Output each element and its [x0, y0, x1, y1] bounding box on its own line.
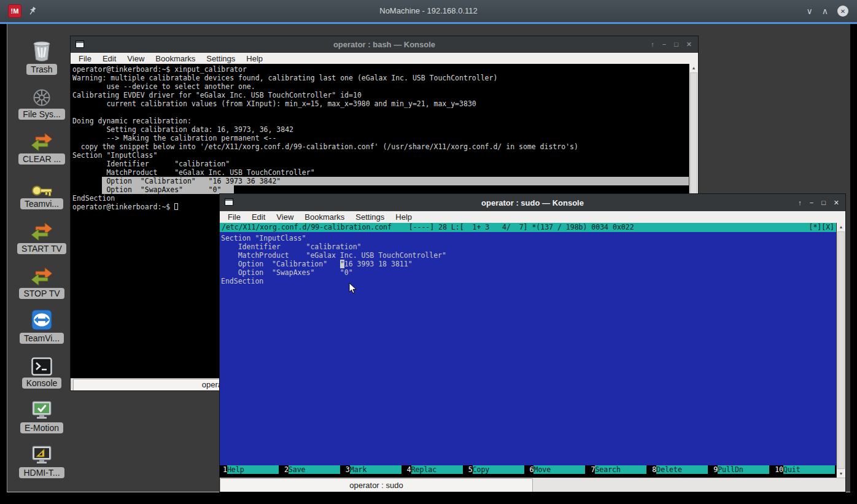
menu-item-view[interactable]: View [271, 212, 299, 222]
menubar: FileEditViewBookmarksSettingsHelp [220, 211, 845, 223]
terminal-line: --> Making the calibration permanent <-- [72, 134, 689, 142]
arrows-icon [31, 127, 53, 152]
menu-item-help[interactable]: Help [390, 212, 417, 222]
desktop-icon-hdmi[interactable]: HDMI-T... [7, 441, 76, 478]
fkey-label: Mark [350, 465, 401, 474]
desktop: TrashFile Sys...CLEAR ...Teamvi...START … [7, 24, 850, 492]
minimize-icon[interactable]: − [810, 200, 813, 206]
maximize-icon[interactable]: □ [674, 41, 678, 48]
desktop-icon-filesystem[interactable]: File Sys... [7, 82, 76, 120]
terminal-line: Calibrating EVDEV driver for "eGalax Inc… [72, 91, 689, 99]
nomachine-close-icon[interactable]: ✕ [837, 6, 848, 17]
desktop-icon-label: STOP TV [19, 288, 64, 299]
desktop-icon-trash[interactable]: Trash [7, 37, 76, 75]
desktop-icon-label: Teamvi... [20, 198, 63, 209]
fkey-delete[interactable]: 8Delete [652, 465, 713, 474]
rollup-icon[interactable]: ↑ [651, 41, 654, 48]
nomachine-titlebar[interactable]: !M NoMachine - 192.168.0.112 ∨ ∧ ✕ [0, 0, 857, 22]
minimize-icon[interactable]: − [662, 41, 666, 48]
collapse-chevron-icon[interactable]: ∨ [807, 7, 813, 15]
desktop-icon-label: CLEAR ... [18, 153, 65, 165]
scroll-up-icon[interactable]: ▲ [689, 64, 698, 72]
scrollbar[interactable]: ▲ ▼ [836, 223, 845, 478]
terminal-line: Option "Calibration" "16 3973 36 3842" [72, 177, 689, 185]
editor-content[interactable]: Section "InputClass" Identifier "calibra… [220, 232, 836, 465]
desktop-icon-label: START TV [17, 243, 66, 254]
tab-operator-sudo[interactable]: operator : sudo [220, 478, 533, 492]
editor-line: Section "InputClass" [221, 234, 836, 242]
scroll-down-icon[interactable]: ▼ [837, 470, 845, 478]
rollup-icon[interactable]: ↑ [798, 200, 802, 206]
fkey-label: Delete [656, 465, 708, 474]
menu-item-file[interactable]: File [73, 54, 97, 63]
menu-item-file[interactable]: File [222, 212, 246, 222]
nomachine-window: !M NoMachine - 192.168.0.112 ∨ ∧ ✕ Trash… [0, 0, 857, 504]
maximize-icon[interactable]: □ [821, 200, 826, 206]
terminal-line: use --device to select another one. [72, 82, 689, 91]
fkey-pulldn[interactable]: 9PullDn [713, 465, 775, 474]
editor-flags: [*][X] [809, 223, 834, 232]
close-icon[interactable]: ✕ [686, 41, 692, 48]
fkey-replac[interactable]: 4Replac [407, 465, 468, 474]
desktop-icon-teamviewer[interactable]: TeamVi... [7, 306, 76, 344]
desktop-icon-clear[interactable]: CLEAR ... [7, 127, 76, 165]
fkey-move[interactable]: 6Move [530, 465, 591, 474]
fkey-bar: 1Help2Save3Mark4Replac5Copy6Move7Search8… [220, 465, 836, 474]
menu-item-settings[interactable]: Settings [350, 212, 390, 222]
window-sudo-titlebar[interactable]: operator : sudo — Konsole ↑−□✕ [220, 194, 845, 211]
menu-item-settings[interactable]: Settings [201, 54, 241, 63]
terminal-sudo[interactable]: /etc/X11/xorg.conf.d/99-calibration.conf… [220, 223, 845, 478]
terminal-line: Option "SwapAxes" "0" [72, 185, 689, 194]
desktop-icon-emotion[interactable]: E-Motion [7, 396, 76, 433]
scroll-up-icon[interactable]: ▲ [837, 223, 845, 231]
desktop-icon-label: File Sys... [18, 109, 64, 120]
fkey-number: 10 [775, 465, 783, 474]
editor-line: EndSection [221, 277, 836, 285]
desktop-icon-label: TeamVi... [20, 333, 64, 344]
menu-item-edit[interactable]: Edit [246, 212, 271, 222]
window-title: operator : bash — Konsole [71, 40, 698, 49]
fkey-number: 2 [284, 465, 289, 474]
menu-item-bookmarks[interactable]: Bookmarks [299, 212, 350, 222]
terminal-line: Section "InputClass" [72, 151, 689, 160]
menu-item-help[interactable]: Help [241, 54, 268, 63]
fkey-label: Move [533, 465, 585, 474]
selected-text: Option "SwapAxes" "0" [102, 185, 234, 194]
selected-text: Option "Calibration" "16 3973 36 3842" [102, 177, 689, 185]
desktop-icon-label: E-Motion [20, 422, 63, 433]
fkey-copy[interactable]: 5Copy [468, 465, 530, 474]
editor-statusbar: /etc/X11/xorg.conf.d/99-calibration.conf… [220, 223, 836, 232]
terminal-line: current calibration values (from XInput)… [72, 99, 689, 108]
window-icon [76, 39, 84, 50]
desktop-icon-stop-tv[interactable]: STOP TV [7, 262, 76, 299]
window-sudo: operator : sudo — Konsole ↑−□✕ FileEditV… [219, 193, 846, 492]
menu-item-bookmarks[interactable]: Bookmarks [150, 54, 201, 63]
desktop-icon-konsole[interactable]: Konsole [7, 351, 76, 389]
terminal-line: operator@tinkerboard:~$ xinput_calibrato… [72, 65, 689, 74]
fkey-number: 6 [530, 465, 534, 474]
fkey-label: Search [595, 465, 646, 474]
expand-chevron-icon[interactable]: ∧ [822, 7, 828, 15]
editor-line: Option "Calibration" "16 3993 18 3811" [221, 260, 836, 268]
fkey-quit[interactable]: 10Quit [775, 465, 836, 474]
fkey-help[interactable]: 1Help [223, 465, 284, 474]
fkey-mark[interactable]: 3Mark [346, 465, 407, 474]
fkey-search[interactable]: 7Search [591, 465, 652, 474]
desktop-icon-label: Konsole [22, 378, 62, 389]
window-bash-titlebar[interactable]: operator : bash — Konsole ↑−□✕ [71, 36, 698, 53]
desktop-icon-start-tv[interactable]: START TV [7, 217, 76, 254]
fkey-number: 5 [468, 465, 473, 474]
terminal-line: Warning: multiple calibratable devices f… [72, 74, 689, 82]
teamviewer-icon [31, 306, 53, 331]
menu-item-edit[interactable]: Edit [97, 54, 122, 63]
menu-item-view[interactable]: View [122, 54, 150, 63]
scrollbar-thumb[interactable] [837, 231, 845, 469]
trash-icon [33, 37, 51, 62]
desktop-icon-label: Trash [26, 64, 56, 75]
hdmi-icon [31, 441, 52, 465]
window-title: operator : sudo — Konsole [220, 198, 845, 207]
fkey-label: Copy [473, 465, 524, 474]
desktop-icon-teamviewer-key[interactable]: Teamvi... [7, 172, 76, 209]
close-icon[interactable]: ✕ [834, 200, 839, 206]
fkey-save[interactable]: 2Save [284, 465, 346, 474]
